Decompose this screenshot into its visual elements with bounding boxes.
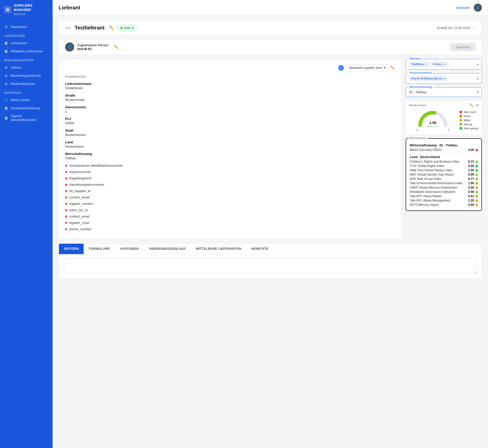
required-dot (65, 203, 67, 205)
mandant-tag-testfirma-label: Testfirma (411, 63, 424, 66)
sidebar-collapse-icon[interactable]: ‹ (47, 8, 49, 12)
field-value-wirtschaftszweig: Tiefbau (65, 156, 395, 160)
sidebar-item-mittelbare-label: Mittelbare Lieferanten (11, 49, 43, 53)
gauge-axis: 0 5 (416, 128, 449, 131)
status-dot (120, 27, 123, 29)
risiko-score-label: Risiko Score (409, 104, 478, 107)
ra-row-value: 0.99 (468, 173, 474, 176)
home-link[interactable]: Startseite (456, 6, 470, 10)
svg-text:Risiko Score: Risiko Score (427, 125, 438, 128)
field-value-lieferantenname: Testlieferant (65, 86, 395, 90)
save-button[interactable]: Speichern (450, 43, 476, 51)
form-edit-icon[interactable]: ✏️ (390, 66, 395, 70)
notes-textarea[interactable] (64, 258, 477, 274)
ra-row-name: WITS Mercury Import (410, 203, 468, 207)
sidebar-item-dashboard[interactable]: ⊞ Dashboard (0, 23, 53, 31)
required-field-row: phone_number (65, 227, 395, 231)
ra-row-dot (476, 199, 478, 202)
mandant-tag-testfirma: Testfirma ✕ (409, 62, 429, 67)
sidebar-item-lieferanten[interactable]: 📋 Lieferanten (0, 39, 53, 47)
required-field-row: contact_email (65, 214, 395, 218)
right-panel: Mandant Testfirma ✕ Firma 1 ✕ ▾ (406, 59, 482, 239)
required-label: register_number (69, 202, 93, 206)
ra-land-section: Land · Deutschland Children's Rights and… (410, 155, 478, 207)
sidebar-item-dashboard-label: Dashboard (11, 25, 27, 29)
gauge-min: 0 (416, 128, 418, 131)
sidebar-item-mittelbare[interactable]: 📋 Mittelbare Lieferanten (0, 47, 53, 55)
supplier-header-left: 219 Testlieferant ✏️ Aktiv ▾ (65, 25, 137, 31)
sidebar-item-grundsatz[interactable]: 📋 Grundsatzerklärung (0, 104, 53, 112)
ra-wirtschaftszweig-section: Wirtschaftszweig · 42 - Tiefbau BMAS Ger… (410, 143, 478, 152)
ansprechpartner-dropdown-arrow[interactable]: ▾ (477, 77, 479, 81)
risiko-delete-icon[interactable]: 🗑 (476, 103, 479, 107)
risiko-edit-icon[interactable]: ✏️ (469, 103, 474, 107)
supplier-name-edit-icon[interactable]: ✏️ (109, 25, 114, 30)
svg-text:1.55: 1.55 (429, 121, 436, 125)
ra-row: WJP Rule of Law Index0.77 (410, 177, 478, 181)
info-icon[interactable]: i (338, 65, 344, 71)
field-hausnummer: Hausnummer 1 (65, 105, 395, 113)
sidebar-item-webcrawler[interactable]: 🌐 Web-Crawler (0, 96, 53, 104)
field-value-land: Deutschland (65, 145, 395, 148)
more-options-icon[interactable]: ··· (472, 26, 476, 30)
tab-item[interactable]: FORMULARE (84, 244, 115, 254)
ra-row-name: Children's Rights and Business Atlas (410, 160, 468, 163)
ra-row-dot (476, 161, 478, 163)
supplier-id: 219 (65, 26, 71, 30)
ra-row-dot (476, 204, 478, 206)
page-title: Lieferant (59, 5, 80, 11)
required-field-row: int_supplier_id (65, 189, 395, 193)
sidebar-item-geschaeft[interactable]: 📋 Eigener Geschäftsbereich (0, 112, 53, 124)
ansprechpartner-remove[interactable]: ✕ (443, 77, 446, 80)
tab-item[interactable]: ÄNDERUNGSVERLAUF (144, 244, 191, 254)
sidebar-item-risikokategorien[interactable]: ⊞ Risikokategorien (0, 80, 53, 88)
tabs-nav: NOTIZENFORMULAREAUFGABENÄNDERUNGSVERLAUF… (59, 244, 482, 254)
tab-item[interactable]: BERICHTE (246, 244, 273, 254)
ra-row-value: 1.00 (468, 168, 474, 172)
required-label: sales_tax_id (69, 208, 87, 212)
ra-wirtschaftszweig-title: Wirtschaftszweig · 42 - Tiefbau (410, 143, 478, 147)
assigned-edit-icon[interactable]: ✏️ (114, 45, 119, 50)
wirtschaftszweig-dropdown-arrow[interactable]: ▾ (477, 90, 479, 94)
status-dropdown-icon[interactable]: ▾ (132, 26, 134, 30)
mandant-dropdown-arrow[interactable]: ▾ (477, 63, 479, 66)
ra-row-dot (476, 149, 478, 151)
grundsatz-icon: 📋 (4, 106, 8, 110)
tab-item[interactable]: MITTELBARE LIEFERANTEN (191, 244, 246, 254)
user-avatar[interactable]: 👤 (474, 4, 482, 12)
sidebar-item-indizes[interactable]: ⊞ Indizes (0, 63, 53, 71)
ra-row-name: WEF Global Gender Gap Report (410, 173, 468, 176)
required-field-row: Handelsregisternummer (65, 183, 395, 187)
field-label-wirtschaftszweig: Wirtschaftszweig (65, 152, 395, 156)
status-badge[interactable]: Aktiv ▾ (117, 25, 137, 31)
ra-row-name: UNEP Global Mercury Assessment (410, 186, 468, 189)
tab-item[interactable]: NOTIZEN (59, 244, 84, 254)
sidebar-item-webcrawler-label: Web-Crawler (11, 98, 30, 102)
supplier-name: Testlieferant (75, 25, 104, 31)
sidebar-item-bewertung[interactable]: ⊞ Bewertungsmethode (0, 71, 53, 80)
ra-row-value: 2.50 (468, 186, 474, 189)
ra-row-name: Walk Free Global Slavery Index (410, 168, 468, 172)
ra-row: BMAS Germany FB5434.50 (410, 148, 478, 152)
ra-land-sub-val: Deutschland (420, 155, 440, 159)
tab-item[interactable]: AUFGABEN (115, 244, 144, 254)
required-field-row: Umsatzsteuer Identifikationsnummer (65, 164, 395, 167)
ra-row-name: Yale Environmental Performance Index (410, 181, 468, 185)
supplier-header-right: Erstellt am 13.08.2024 ··· (437, 26, 476, 30)
ra-row-name: Yale EPI: Waste Management (410, 199, 468, 202)
avatar: 👤 (65, 42, 74, 52)
form-selector-dropdown[interactable]: Standard supplier form ▾ (346, 64, 388, 71)
mandant-tag-testfirma-remove[interactable]: ✕ (425, 63, 427, 66)
mandant-tag-firma1-remove[interactable]: ✕ (444, 63, 447, 66)
required-field-row: register_number (65, 202, 395, 206)
ra-row-dot (476, 182, 478, 184)
risiko-score-box: Risiko Score ✏️ 🗑 (406, 100, 482, 135)
tabs-bar: NOTIZENFORMULAREAUFGABENÄNDERUNGSVERLAUF… (59, 243, 482, 279)
sidebar: ⊞ SUPPLIERS MANAGER Demo LK ‹ ⊞ Dashboar… (0, 0, 53, 448)
main-content: Lieferant Startseite 👤 219 Testlieferant… (53, 0, 488, 448)
ansprechpartner-box: Ansprechpartner test-lk-02@lawcode.eu ✕ … (406, 73, 482, 84)
ra-row: Walk Free Global Slavery Index1.00 (410, 168, 478, 172)
ra-row-dot (476, 178, 478, 180)
legend-item: Sehr gering (460, 127, 478, 130)
ra-land-title: Land · Deutschland (410, 155, 478, 159)
